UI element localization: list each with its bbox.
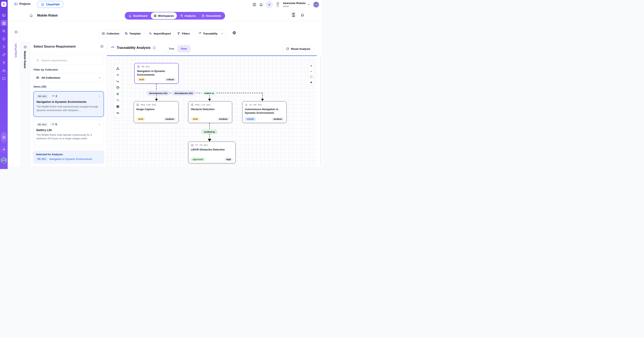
account-menu[interactable]: Awesome Robots owner [283, 1, 310, 7]
trace-count-badge: 2 [50, 94, 59, 98]
source-requirement-panel: Select Source Requirement Filter by Coll… [30, 41, 107, 167]
theme-sun-icon[interactable] [1, 147, 7, 152]
rail-magic-wand-icon[interactable] [0, 43, 8, 50]
palette-icon[interactable] [116, 86, 120, 89]
reset-analysis-button[interactable]: Reset Analysis [282, 45, 314, 53]
flow-node-mr-001[interactable]: MR-001 Navigation in Dynamic Environment… [134, 63, 179, 84]
partial-requirement-card[interactable] [33, 147, 104, 149]
document-icon [137, 65, 140, 68]
tab-dashboard[interactable]: Dashboard [126, 13, 150, 19]
rail-search-check-icon[interactable] [0, 27, 8, 34]
curved-arrow-icon[interactable] [116, 80, 120, 83]
zoom-out-icon[interactable] [308, 68, 314, 74]
rail-projects-folders-icon[interactable] [0, 12, 8, 18]
node-title: Obstacle Detection [191, 107, 230, 111]
rail-alarm-check-icon[interactable] [0, 134, 8, 141]
tab-analysis[interactable]: Analysis [177, 13, 199, 19]
layout-hierarchy-icon[interactable] [116, 67, 120, 70]
zoom-controls [308, 63, 314, 85]
app-logo[interactable] [1, 1, 6, 7]
check-square-icon [191, 144, 194, 147]
clearpath-vertical-label: ClearPath [14, 43, 17, 57]
node-id: MR-001 [142, 65, 150, 68]
projects-button[interactable]: Projects [14, 2, 30, 6]
copy-icon [124, 32, 128, 35]
traceability-select[interactable]: Traceability [195, 30, 227, 37]
rail-plug-icon[interactable] [0, 59, 8, 66]
canvas-scrollbar[interactable] [320, 56, 321, 166]
workspace-tab-bar: Dashboard Workspaces Analysis Documents [125, 12, 225, 19]
settings-gear-icon[interactable] [232, 31, 236, 35]
node-id: REQ-LID-001 [195, 104, 211, 106]
collection-filter-value: All Collections [42, 76, 96, 79]
rail-link-icon[interactable] [0, 51, 8, 58]
arrows-up-down-icon [149, 32, 152, 35]
node-id: UC-UM-001 [249, 104, 262, 106]
toggle-flow[interactable]: Flow [178, 45, 190, 52]
project-title: Mobile Robot [37, 14, 58, 17]
align-distribute-icon[interactable] [116, 73, 120, 77]
top-bar: Projects ClearPath [8, 0, 322, 9]
tab-documents[interactable]: Documents [199, 13, 224, 19]
collaborator-avatar[interactable] [291, 12, 296, 17]
flow-node-uc-um-001[interactable]: UC-UM-001 Autonomous Navigation in Dynam… [242, 101, 287, 123]
link-icon[interactable] [116, 111, 120, 115]
clearpath-project-button[interactable]: ClearPath [38, 1, 63, 8]
priority-badge: medium [217, 117, 230, 121]
panel-header-divider [30, 53, 107, 53]
chevron-down-icon [98, 76, 101, 79]
trace-wave-icon [52, 95, 54, 98]
node-title: Autonomous Navigation in Dynamic Environ… [245, 107, 284, 115]
requirement-title: Battery Life [36, 128, 101, 132]
template-button[interactable]: Template [121, 30, 144, 37]
fit-view-icon[interactable] [308, 74, 314, 79]
tab-workspaces[interactable]: Workspaces [151, 12, 177, 19]
ai-assistant-button[interactable] [266, 1, 273, 8]
pause-icon[interactable] [116, 92, 119, 96]
filter-by-collection-label: Filter by Collection [34, 68, 58, 71]
rail-user-avatar[interactable] [1, 157, 7, 163]
grid-table-icon[interactable] [116, 105, 120, 108]
rail-users-icon[interactable] [0, 67, 8, 74]
requirement-item-mr-001[interactable]: MR-001 2 Navigation in Dynamic Environme… [33, 91, 104, 117]
panel-expand-icon[interactable] [14, 30, 18, 34]
collection-button[interactable]: Collection [98, 30, 123, 37]
panel-collapse-icon[interactable] [100, 45, 104, 48]
document-icon [202, 14, 205, 17]
rail-workspaces-grid-icon[interactable] [0, 20, 8, 27]
flow-node-tc-tm-001[interactable]: TC-TM-001 LIDAR Obstacles Detection appr… [188, 142, 236, 163]
zoom-in-icon[interactable] [308, 63, 314, 68]
home-icon[interactable] [30, 14, 33, 17]
filters-button[interactable]: Filters [174, 30, 193, 37]
panel-expand-icon[interactable] [24, 45, 27, 49]
info-icon[interactable] [152, 46, 156, 49]
lock-icon[interactable] [308, 79, 314, 85]
clearpath-collapsed-panel: ClearPath [12, 29, 20, 87]
search-input[interactable] [42, 59, 101, 62]
user-icon [245, 103, 248, 106]
requirement-item-mr-002[interactable]: MR-002 0 Battery Life The Mobile Robot s… [33, 120, 104, 145]
flow-canvas[interactable]: decomposes into decomposes into relates … [107, 56, 317, 167]
eye-off-icon[interactable] [116, 98, 120, 102]
node-title: Navigation in Dynamic Environments [137, 69, 176, 76]
layout-columns-icon[interactable] [252, 2, 256, 6]
trace-wave-icon [198, 32, 202, 35]
notifications-bell-icon[interactable] [259, 2, 263, 6]
items-count-label: Items (30) [34, 85, 46, 88]
canvas-title: Traceability Analysis [117, 46, 150, 50]
flow-node-req-cam-002[interactable]: REQ-CAM-002 Image Capture draft medium [134, 101, 179, 123]
rail-shield-check-icon[interactable] [0, 35, 8, 42]
project-header: Mobile Robot Dashboard Workspaces Analys… [8, 9, 322, 21]
requirements-search-box [33, 56, 104, 65]
project-notifications-bell-icon[interactable] [300, 13, 304, 17]
robot-mascot-image [276, 1, 280, 8]
rail-chat-icon[interactable] [0, 75, 8, 82]
user-avatar[interactable] [313, 1, 319, 8]
toggle-tree[interactable]: Tree [166, 46, 177, 52]
flow-node-req-lid-001[interactable]: REQ-LID-001 Obstacle Detection draft med… [188, 101, 232, 123]
chevron-right-icon [98, 95, 101, 98]
import-export-button[interactable]: Import/Export [145, 30, 174, 37]
document-icon [191, 103, 194, 106]
requirement-title: Navigation in Dynamic Environments [36, 100, 101, 103]
collection-filter-dropdown[interactable]: All Collections [33, 73, 104, 82]
